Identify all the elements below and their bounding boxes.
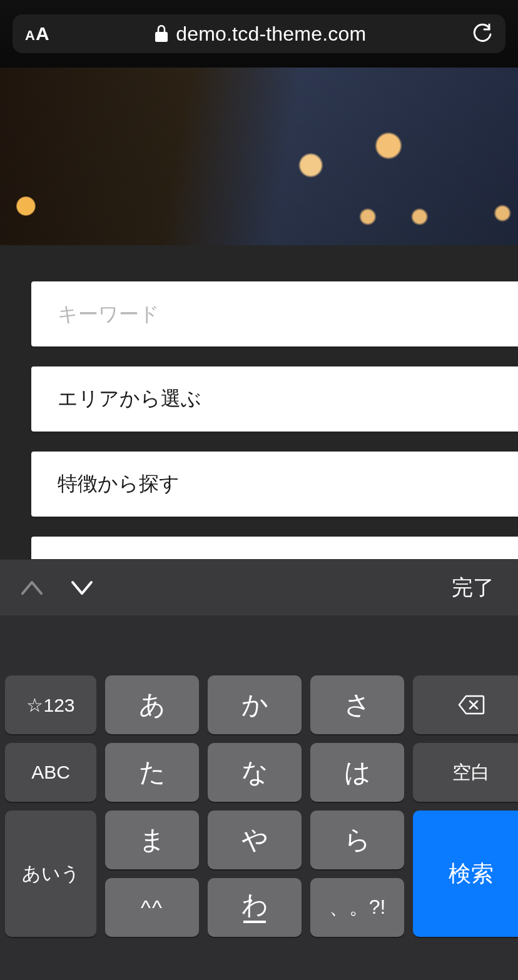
backspace-icon [457,694,485,715]
key-abc[interactable]: ABC [5,743,96,802]
lock-icon [155,25,168,43]
key-ra[interactable]: ら [310,811,404,869]
key-wa[interactable]: わ [208,878,302,937]
next-field-icon[interactable] [68,573,96,602]
area-select-card[interactable]: エリアから選ぶ [31,366,518,432]
filter-section: エリアから選ぶ 特徴から探す 特集から選ぶ [0,245,518,602]
browser-address-bar: AA demo.tcd-theme.com [0,0,518,68]
url-area[interactable]: demo.tcd-theme.com [61,23,460,46]
key-sa[interactable]: さ [310,675,404,734]
key-num-symbol[interactable]: ☆123 [5,675,96,734]
keyboard-done-button[interactable]: 完了 [452,573,494,602]
area-select-label: エリアから選ぶ [58,385,201,413]
key-backspace[interactable] [413,675,518,734]
keyboard-candidate-bar [0,615,518,672]
key-punct[interactable]: 、。?! [310,878,404,937]
feature-select-card[interactable]: 特徴から探す [31,452,518,517]
key-ka[interactable]: か [208,675,302,734]
key-emoticon[interactable]: ^^ [105,878,199,937]
key-a[interactable]: あ [105,675,199,734]
key-space[interactable]: 空白 [413,743,518,802]
feature-select-label: 特徴から探す [58,470,180,498]
key-ha[interactable]: は [310,743,404,802]
key-ta[interactable]: た [105,743,199,802]
keyword-input[interactable] [58,303,492,326]
keyboard-accessory-bar: 完了 [0,559,518,615]
soft-keyboard: ☆123 あ か さ ABC た な は 空白 あいう ま や ら 検索 ^^ … [0,672,518,980]
field-nav-arrows [18,573,96,602]
key-na[interactable]: な [208,743,302,802]
address-pill[interactable]: AA demo.tcd-theme.com [13,14,505,53]
key-search[interactable]: 検索 [413,811,518,937]
key-ya[interactable]: や [208,811,302,869]
key-ma[interactable]: ま [105,811,199,869]
keyword-card[interactable] [31,281,518,346]
hero-image [0,68,518,245]
url-text: demo.tcd-theme.com [176,23,366,46]
key-kana-toggle[interactable]: あいう [5,811,96,937]
prev-field-icon[interactable] [18,573,46,602]
reload-icon[interactable] [472,23,493,44]
text-size-button[interactable]: AA [25,23,49,44]
